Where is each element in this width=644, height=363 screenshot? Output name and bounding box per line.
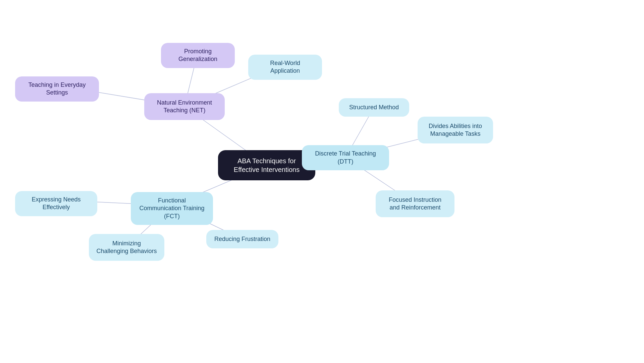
center-node: ABA Techniques for Effective Interventio… [218,150,315,180]
reducing-node: Reducing Frustration [206,230,278,248]
structured-node: Structured Method [339,98,409,117]
realworld-node: Real-World Application [248,55,322,80]
divides-node: Divides Abilities into Manageable Tasks [418,117,493,143]
teaching-node: Teaching in Everyday Settings [15,76,99,102]
dtt-node: Discrete Trial Teaching (DTT) [302,145,389,170]
focused-node: Focused Instruction and Reinforcement [376,190,454,217]
promoting-node: Promoting Generalization [161,43,235,68]
fct-node: Functional Communication Training (FCT) [131,192,213,225]
expressing-node: Expressing Needs Effectively [15,191,97,216]
net-node: Natural Environment Teaching (NET) [144,93,225,120]
minimizing-node: Minimizing Challenging Behaviors [89,234,164,261]
